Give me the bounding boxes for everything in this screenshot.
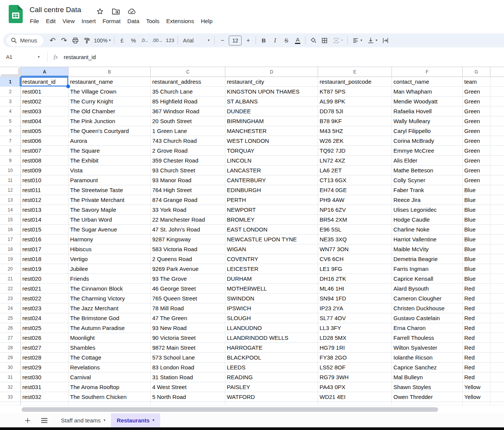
- cell-E18[interactable]: WN77 3ON: [318, 244, 392, 254]
- cell-B16[interactable]: The Sugar Avenue: [69, 225, 151, 235]
- cell-A34[interactable]: [21, 402, 69, 405]
- cell-E12[interactable]: EH74 0GE: [318, 185, 392, 195]
- row-header-6[interactable]: 6: [0, 126, 21, 136]
- cell-C19[interactable]: 2 Queens Road: [151, 254, 225, 264]
- cell-D27[interactable]: LLANDRINDOD WELLS: [225, 333, 318, 343]
- column-header-C[interactable]: C: [151, 67, 225, 77]
- cell-F14[interactable]: Ulises Legonidec: [392, 205, 463, 215]
- cell-E3[interactable]: AL99 8PK: [318, 97, 392, 106]
- fill-handle[interactable]: [66, 84, 70, 88]
- menu-tools[interactable]: Tools: [143, 16, 163, 26]
- cell-A32[interactable]: rest031: [21, 382, 69, 392]
- row-header-4[interactable]: 4: [0, 106, 21, 116]
- cell-C32[interactable]: 4 West Street: [151, 382, 225, 392]
- cell-D20[interactable]: LEICESTER: [225, 264, 318, 274]
- cell-G34[interactable]: [463, 402, 490, 405]
- column-header-A[interactable]: A: [21, 67, 69, 77]
- cell-B10[interactable]: Vista: [69, 166, 151, 175]
- cell-F7[interactable]: Corina McBrady: [392, 136, 463, 146]
- cell-D15[interactable]: BROMLEY: [225, 215, 318, 225]
- cell-G15[interactable]: Blue: [463, 215, 490, 225]
- cell-A1[interactable]: restaurant_id: [21, 77, 69, 87]
- cell-A28[interactable]: rest027: [21, 343, 69, 353]
- row-header-8[interactable]: 8: [0, 146, 21, 156]
- document-title[interactable]: Call centre Data: [30, 6, 81, 14]
- row-header-21[interactable]: 21: [0, 274, 21, 284]
- cell-D6[interactable]: MANCHESTER: [225, 126, 318, 136]
- cell-F9[interactable]: Alis Elder: [392, 156, 463, 166]
- cell-E26[interactable]: LL3 3FY: [318, 323, 392, 333]
- cell-D26[interactable]: LLANDUDNO: [225, 323, 318, 333]
- google-sheets-logo-icon[interactable]: [9, 5, 23, 23]
- cell-E8[interactable]: TQ92 7JD: [318, 146, 392, 156]
- cell-E30[interactable]: LS52 8OF: [318, 363, 392, 372]
- font-family-select[interactable]: Arial ▾: [180, 35, 212, 46]
- cell-B6[interactable]: The Queen's Courtyard: [69, 126, 151, 136]
- cell-F25[interactable]: Gustavo Castelain: [392, 313, 463, 323]
- cell-F27[interactable]: Farrell Thouless: [392, 333, 463, 343]
- cell-A29[interactable]: rest028: [21, 353, 69, 363]
- cell-C17[interactable]: 9287 Kingsway: [151, 235, 225, 244]
- menu-format[interactable]: Format: [99, 16, 124, 26]
- text-color-button[interactable]: A: [292, 35, 303, 46]
- cell-A26[interactable]: rest025: [21, 323, 69, 333]
- cell-G19[interactable]: Blue: [463, 254, 490, 264]
- cell-C1[interactable]: restaurant_address: [151, 77, 225, 87]
- cell-B29[interactable]: The Cottage: [69, 353, 151, 363]
- menu-edit[interactable]: Edit: [42, 16, 59, 26]
- cell-A27[interactable]: rest026: [21, 333, 69, 343]
- cell-C20[interactable]: 9269 Park Avenue: [151, 264, 225, 274]
- cell-G6[interactable]: Green: [463, 126, 490, 136]
- row-header-25[interactable]: 25: [0, 313, 21, 323]
- strikethrough-button[interactable]: S: [281, 35, 292, 46]
- cell-D11[interactable]: CANTERBURY: [225, 175, 318, 185]
- column-header-F[interactable]: F: [392, 67, 463, 77]
- cell-E33[interactable]: WD21 4EI: [318, 392, 392, 402]
- cell-F19[interactable]: Demetria Beagrie: [392, 254, 463, 264]
- cell-D31[interactable]: READING: [225, 372, 318, 382]
- cell-D12[interactable]: EDINBURGH: [225, 185, 318, 195]
- cell-C25[interactable]: 47 The Green: [151, 313, 225, 323]
- cell-D30[interactable]: LEEDS: [225, 363, 318, 372]
- cell-F11[interactable]: Colly Scyner: [392, 175, 463, 185]
- row-header-5[interactable]: 5: [0, 116, 21, 126]
- cell-D13[interactable]: PERTH: [225, 195, 318, 205]
- redo-button[interactable]: ↷: [58, 35, 70, 46]
- cell-F15[interactable]: Hodge Caudle: [392, 215, 463, 225]
- menu-help[interactable]: Help: [197, 16, 216, 26]
- cell-C3[interactable]: 85 Highfield Road: [151, 97, 225, 106]
- cell-B15[interactable]: The Urban Word: [69, 215, 151, 225]
- cloud-saved-icon[interactable]: [128, 7, 136, 16]
- row-header-10[interactable]: 10: [0, 166, 21, 175]
- cell-F33[interactable]: Owen Thredder: [392, 392, 463, 402]
- cell-B21[interactable]: Friends: [69, 274, 151, 284]
- cell-G8[interactable]: Green: [463, 146, 490, 156]
- merge-cells-button[interactable]: ▾: [330, 35, 345, 46]
- column-header-B[interactable]: B: [69, 67, 151, 77]
- cell-D32[interactable]: PAISLEY: [225, 382, 318, 392]
- cell-G31[interactable]: Red: [463, 372, 490, 382]
- cell-E13[interactable]: PH9 4AW: [318, 195, 392, 205]
- cell-G14[interactable]: Blue: [463, 205, 490, 215]
- row-header-29[interactable]: 29: [0, 353, 21, 363]
- cell-B23[interactable]: The Charming Victory: [69, 294, 151, 303]
- cell-F6[interactable]: Caryl Filippello: [392, 126, 463, 136]
- cell-C23[interactable]: 765 Queen Street: [151, 294, 225, 303]
- star-icon[interactable]: [96, 7, 104, 16]
- all-sheets-menu-button[interactable]: [39, 415, 50, 426]
- cell-E4[interactable]: DD78 5JI: [318, 106, 392, 116]
- bold-button[interactable]: B: [258, 35, 269, 46]
- cell-D1[interactable]: restaurant_city: [225, 77, 318, 87]
- print-button[interactable]: [70, 35, 81, 46]
- cell-C21[interactable]: 93 The Grove: [151, 274, 225, 284]
- cell-E10[interactable]: LA6 2ET: [318, 166, 392, 175]
- cell-D33[interactable]: WATFORD: [225, 392, 318, 402]
- cell-C33[interactable]: 5 North Road: [151, 392, 225, 402]
- row-header-31[interactable]: 31: [0, 372, 21, 382]
- menu-insert[interactable]: Insert: [78, 16, 99, 26]
- italic-button[interactable]: I: [269, 35, 281, 46]
- cell-C11[interactable]: 93 Manor Road: [151, 175, 225, 185]
- cell-E9[interactable]: LN72 4XZ: [318, 156, 392, 166]
- cell-F26[interactable]: Erna Charon: [392, 323, 463, 333]
- cell-C4[interactable]: 367 Windsor Road: [151, 106, 225, 116]
